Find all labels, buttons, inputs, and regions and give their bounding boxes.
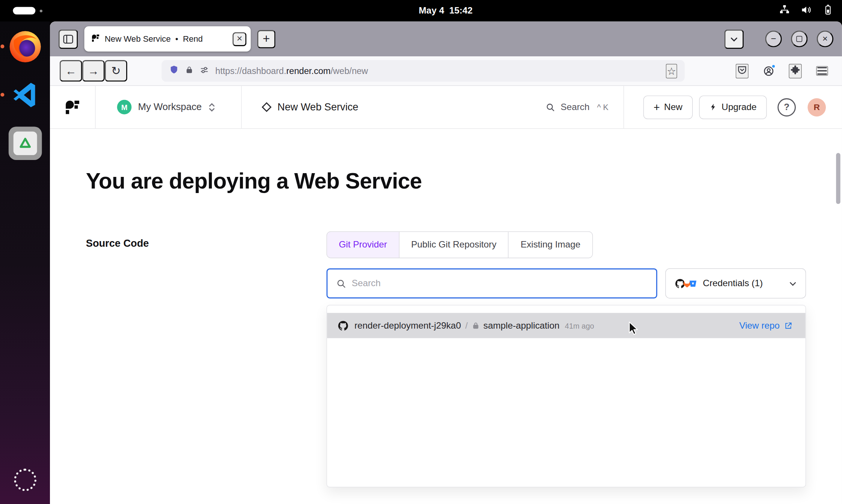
firefox-window: New Web Service • Rend × + − × ← → ↻ [50, 21, 842, 504]
new-tab-button[interactable]: + [257, 30, 276, 48]
render-logo[interactable] [50, 99, 95, 115]
screen: May 4 15:42 [0, 0, 842, 504]
tab-existing-image[interactable]: Existing Image [509, 232, 592, 258]
url-bar[interactable]: https://dashboard.render.com/web/new ☆ [161, 60, 685, 81]
system-clock[interactable]: May 4 15:42 [419, 0, 472, 21]
bitbucket-icon [688, 279, 697, 288]
back-button[interactable]: ← [60, 60, 82, 81]
ubuntu-dock [0, 21, 50, 504]
pocket-icon[interactable] [736, 63, 748, 78]
private-lock-icon [472, 322, 480, 329]
plus-icon: + [653, 102, 660, 113]
browser-tab[interactable]: New Web Service • Rend × [84, 26, 250, 51]
firefox-view-icon[interactable] [59, 29, 78, 48]
workspace-indicator-dot[interactable] [40, 10, 42, 12]
repo-name: sample-application [483, 320, 560, 331]
account-notification-dot [771, 63, 776, 68]
trash-dock-icon[interactable] [7, 125, 42, 161]
view-repo-link[interactable]: View repo [739, 320, 792, 331]
list-tabs-chevron-icon[interactable] [724, 29, 744, 48]
tab-favicon-render-icon [91, 33, 100, 44]
page-content: You are deploying a Web Service Source C… [50, 129, 842, 504]
tab-public-git-repository[interactable]: Public Git Repository [399, 232, 509, 258]
global-search-button[interactable]: Search ^ K [546, 102, 623, 113]
tab-close-icon[interactable]: × [232, 32, 246, 46]
close-window-button[interactable]: × [817, 30, 833, 47]
reload-button[interactable]: ↻ [105, 60, 127, 81]
workspace-switcher[interactable]: M My Workspace [96, 100, 241, 115]
minimize-button[interactable]: − [765, 30, 782, 47]
forward-button[interactable]: → [82, 60, 105, 81]
repo-row[interactable]: render-deployment-j29ka0 / sample-applic… [327, 313, 806, 338]
credential-provider-icons [675, 278, 697, 289]
repo-search-input[interactable] [352, 269, 656, 297]
account-icon[interactable] [763, 65, 774, 77]
page-scrollbar[interactable] [836, 153, 840, 204]
page-title: New Web Service [278, 101, 358, 113]
volume-icon [801, 4, 812, 18]
external-link-icon [784, 321, 793, 330]
hamburger-menu-icon[interactable] [816, 66, 828, 76]
network-icon [779, 4, 790, 17]
nav-right-icons [736, 63, 828, 78]
workspace-avatar: M [117, 100, 132, 115]
header-actions: + New Upgrade ? R [624, 95, 842, 119]
search-label: Search [561, 102, 590, 113]
system-top-bar: May 4 15:42 [0, 0, 842, 21]
tab-title: New Web Service • Rend [105, 34, 228, 44]
search-icon [336, 278, 346, 288]
repo-separator: / [465, 320, 468, 331]
permissions-sliders-icon[interactable] [200, 65, 209, 77]
service-diamond-icon [261, 102, 271, 112]
new-button[interactable]: + New [643, 95, 693, 119]
app-header: M My Workspace New Web Service Search ^ … [50, 86, 842, 129]
tracking-protection-shield-icon[interactable] [169, 65, 179, 77]
repo-list-panel: render-deployment-j29ka0 / sample-applic… [326, 305, 806, 487]
chevron-up-down-icon [208, 102, 215, 113]
repo-updated-time: 41m ago [565, 321, 594, 330]
url-text: https://dashboard.render.com/web/new [215, 66, 659, 76]
credentials-label: Credentials (1) [703, 278, 763, 289]
battery-icon [822, 4, 833, 18]
firefox-nav-bar: ← → ↻ https://dashboard.render.com/web/n… [50, 56, 842, 86]
maximize-button[interactable] [791, 30, 807, 47]
render-dashboard: M My Workspace New Web Service Search ^ … [50, 86, 842, 504]
search-shortcut: ^ K [597, 103, 608, 112]
extensions-puzzle-icon[interactable] [789, 63, 801, 78]
workspace-indicator-pill[interactable] [13, 7, 35, 15]
vscode-running-dot [0, 93, 4, 97]
firefox-running-dot [0, 45, 4, 48]
maximize-icon [796, 36, 802, 42]
tab-git-provider[interactable]: Git Provider [327, 232, 400, 258]
lock-icon[interactable] [185, 66, 193, 76]
source-type-tabs: Git Provider Public Git Repository Exist… [326, 231, 593, 258]
vscode-dock-icon[interactable] [7, 77, 42, 113]
repo-owner: render-deployment-j29ka0 [355, 320, 461, 331]
window-controls: − × [765, 30, 833, 47]
repo-search-box [326, 269, 657, 299]
firefox-tab-bar: New Web Service • Rend × + − × [50, 21, 842, 56]
github-icon [337, 320, 349, 331]
upgrade-button[interactable]: Upgrade [699, 95, 767, 119]
bolt-icon [709, 103, 717, 112]
workspace-name: My Workspace [138, 101, 202, 113]
page-heading: You are deploying a Web Service [86, 169, 806, 194]
user-avatar[interactable]: R [807, 98, 826, 116]
page-title-group: New Web Service [241, 101, 358, 113]
search-icon [546, 102, 555, 112]
credentials-dropdown[interactable]: Credentials (1) [665, 269, 806, 299]
source-code-label: Source Code [86, 231, 327, 487]
bookmark-star-icon[interactable]: ☆ [666, 63, 677, 78]
system-status-area[interactable] [779, 0, 833, 21]
firefox-dock-icon[interactable] [7, 29, 42, 64]
help-button[interactable]: ? [777, 98, 796, 116]
chevron-down-icon [789, 279, 797, 287]
ubuntu-spinner-icon [14, 469, 36, 491]
